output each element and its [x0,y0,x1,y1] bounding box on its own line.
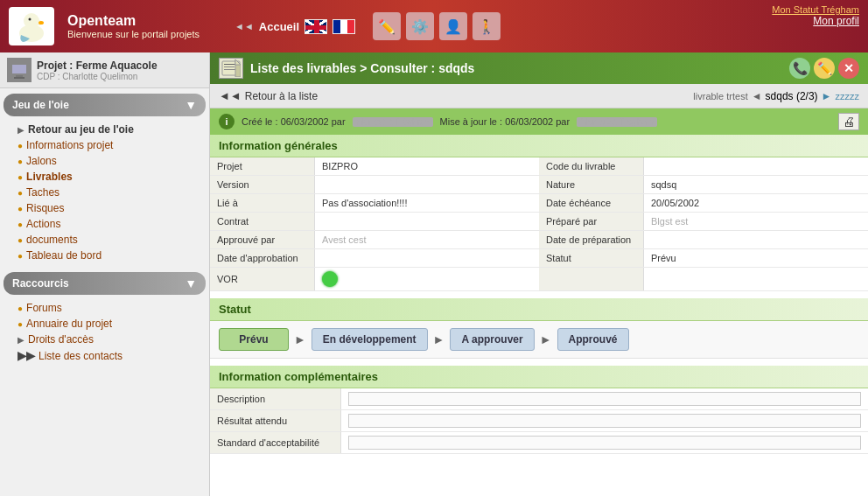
annuaire-link[interactable]: Annuaire du projet [26,318,112,330]
bullet-icon: ● [18,235,23,245]
general-info-title: Information générales [219,139,338,152]
form-row-version: Version Nature sqdsq [210,176,868,194]
header-brand: Openteam Bienvenue sur le portail projet… [67,13,200,39]
svg-rect-7 [16,75,23,77]
mon-profil-link[interactable]: Mon profil [772,15,859,27]
prev-item: livrable trtest [693,91,747,101]
project-icon [7,58,32,82]
description-input[interactable] [348,392,861,406]
accueil-link[interactable]: Accueil [259,20,299,33]
value-prepare-par: Blgst est [644,213,868,230]
project-info: Projet : Ferme Aquacole CDP : Charlotte … [37,59,158,81]
project-cdp: CDP : Charlotte Quelimon [37,72,158,81]
form-row-lie: Lié à Pas d'association!!!! Date échéanc… [210,194,868,213]
status-step-3: A approuver [450,328,534,351]
settings-icon[interactable]: ⚙️ [406,12,434,40]
value-empty [644,268,868,290]
actions-link[interactable]: Actions [26,218,60,230]
sidebar-item-retour[interactable]: ▶ Retour au jeu de l'oie [0,122,209,137]
sidebar-item-contacts[interactable]: ▶▶ Liste des contacts [0,347,209,364]
flag-fr-icon[interactable] [332,19,355,34]
label-date-prep: Date de préparation [539,231,644,248]
prev-arrow-icon[interactable]: ◄ [752,90,762,102]
contacts-link[interactable]: Liste des contacts [38,350,122,362]
double-arrow-icon: ▶▶ [18,349,35,362]
taches-link[interactable]: Taches [26,186,60,199]
value-contrat [315,213,539,230]
sidebar-item-tableau[interactable]: ● Tableau de bord [0,248,209,263]
statut-title: Statut [219,303,251,316]
bullet-icon: ● [18,172,23,182]
section-arrow-icon: ▼ [185,98,197,112]
label-date-echeance: Date échéance [539,194,644,212]
header: Openteam Bienvenue sur le portail projet… [0,0,868,52]
sidebar-section-jeu[interactable]: Jeu de l'oie ▼ [4,94,206,116]
sidebar-item-info-projet[interactable]: ● Informations projet [0,137,209,153]
form-cell-vor: VOR [210,268,539,290]
sidebar-item-documents[interactable]: ● documents [0,232,209,248]
form-cell-nature: Nature sqdsq [539,176,868,193]
duck-logo-icon [14,9,49,44]
forums-link[interactable]: Forums [26,302,62,314]
form-row-date-approbation: Date d'approbation Statut Prévu [210,249,868,268]
close-button[interactable]: ✕ [838,58,859,79]
raccourcis-arrow-icon: ▼ [185,276,197,290]
edit-tool-icon[interactable]: ✏️ [373,12,401,40]
comp-value-resultat [341,410,868,431]
sidebar-item-jalons[interactable]: ● Jalons [0,153,209,169]
next-arrow-icon[interactable]: ► [822,90,832,102]
retour-jeu-link[interactable]: Retour au jeu de l'oie [28,123,134,136]
form-cell-date-appro: Date d'approbation [210,249,539,267]
sidebar-item-forums[interactable]: ● Forums [0,300,209,316]
info-bar: i Créé le : 06/03/2002 par Mer estat Tré… [210,108,868,135]
bullet-icon: ● [18,204,23,213]
user-icon[interactable]: 👤 [439,12,467,40]
label-nature: Nature [539,176,644,193]
edit-button[interactable]: ✏️ [814,58,835,79]
livrables-link[interactable]: Livrables [26,171,73,183]
standard-input[interactable] [348,436,861,450]
resultat-input[interactable] [348,414,861,428]
sidebar-item-livrables[interactable]: ● Livrables [0,169,209,185]
value-nature: sqdsq [644,176,868,193]
form-cell-statut: Statut Prévu [539,249,868,267]
person-run-icon[interactable]: 🚶 [472,12,500,40]
droits-link[interactable]: Droits d'accès [28,333,94,346]
sidebar-item-annuaire[interactable]: ● Annuaire du projet [0,316,209,332]
label-code: Code du livrable [539,157,644,175]
documents-link[interactable]: documents [26,234,78,246]
sidebar-item-droits[interactable]: ▶ Droits d'accès [0,332,209,347]
sidebar-section-raccourcis[interactable]: Raccourcis ▼ [4,272,206,295]
value-statut: Prévu [644,249,868,267]
flag-uk-icon[interactable] [304,19,327,34]
form-cell-projet: Projet BIZPRO [210,157,539,175]
svg-rect-6 [12,65,26,73]
sidebar-item-actions[interactable]: ● Actions [0,216,209,232]
next-item: zzzzz [836,91,860,101]
sidebar-item-taches[interactable]: ● Taches [0,185,209,200]
jalons-link[interactable]: Jalons [26,155,57,167]
back-label: Retour à la liste [245,90,318,102]
comp-section-header: Information complémentaires [210,366,868,388]
svg-rect-11 [224,66,234,67]
status-arrow-1-icon: ► [294,332,306,346]
risques-link[interactable]: Risques [26,202,64,214]
status-step-2: En développement [312,328,428,351]
tableau-link[interactable]: Tableau de bord [26,249,102,262]
form-cell-lie: Lié à Pas d'association!!!! [210,194,539,212]
info-projet-link[interactable]: Informations projet [26,139,113,151]
sidebar-item-risques[interactable]: ● Risques [0,200,209,216]
livrable-icon [219,58,243,79]
bullet-icon: ● [18,141,23,150]
main-layout: Projet : Ferme Aquacole CDP : Charlotte … [0,52,868,496]
value-version [315,176,539,193]
nav-arrows: livrable trtest ◄ sdqds (2/3) ► zzzzz [693,90,859,102]
arrow-icon: ▶ [18,335,24,345]
form-row-contrat: Contrat Préparé par Blgst est [210,213,868,231]
back-link[interactable]: ◄◄ Retour à la liste [219,89,318,102]
print-icon[interactable]: 🖨 [838,113,859,130]
phone-button[interactable]: 📞 [789,58,810,79]
bullet-icon: ● [18,157,23,166]
comp-row-description: Description [210,388,868,410]
status-flow: Prévu ► En développement ► A approuver ►… [210,321,868,359]
